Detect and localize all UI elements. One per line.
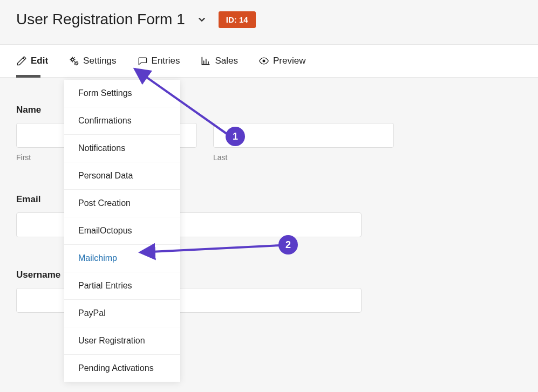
dropdown-personal-data[interactable]: Personal Data (64, 162, 180, 190)
annotation-marker-1: 1 (226, 127, 245, 146)
tab-preview[interactable]: Preview (258, 45, 305, 77)
chevron-down-icon (196, 13, 208, 25)
tab-sales[interactable]: Sales (200, 45, 238, 77)
dropdown-mailchimp[interactable]: Mailchimp (64, 245, 180, 272)
svg-point-1 (75, 62, 77, 64)
form-title-dropdown[interactable] (196, 13, 208, 25)
form-header: User Registration Form 1 ID: 14 (0, 0, 538, 44)
eye-icon (258, 56, 269, 66)
edit-icon (16, 56, 27, 66)
svg-point-2 (263, 60, 265, 63)
last-name-sublabel: Last (213, 153, 394, 162)
form-title: User Registration Form 1 (16, 11, 185, 28)
dropdown-post-creation[interactable]: Post Creation (64, 190, 180, 217)
bar-chart-icon (200, 56, 211, 66)
tab-preview-label: Preview (273, 56, 305, 66)
tab-edit-label: Edit (31, 56, 48, 66)
dropdown-pending-activations[interactable]: Pending Activations (64, 355, 180, 382)
tab-entries-label: Entries (152, 56, 180, 66)
dropdown-user-registration[interactable]: User Registration (64, 327, 180, 355)
svg-point-0 (71, 58, 74, 61)
dropdown-emailoctopus[interactable]: EmailOctopus (64, 217, 180, 245)
tab-sales-label: Sales (215, 56, 238, 66)
form-id-badge: ID: 14 (219, 11, 256, 28)
comment-icon (137, 56, 148, 66)
dropdown-notifications[interactable]: Notifications (64, 135, 180, 162)
settings-dropdown: Form Settings Confirmations Notification… (64, 80, 180, 382)
tab-settings[interactable]: Settings (69, 45, 116, 77)
dropdown-confirmations[interactable]: Confirmations (64, 107, 180, 135)
dropdown-partial-entries[interactable]: Partial Entries (64, 272, 180, 300)
gears-icon (69, 56, 79, 66)
annotation-marker-2: 2 (278, 235, 298, 255)
dropdown-paypal[interactable]: PayPal (64, 300, 180, 327)
tab-bar: Edit Settings Entries Sales Preview (0, 44, 538, 78)
tab-entries[interactable]: Entries (137, 45, 180, 77)
tab-edit[interactable]: Edit (16, 45, 48, 77)
dropdown-form-settings[interactable]: Form Settings (64, 80, 180, 107)
tab-settings-label: Settings (83, 56, 116, 66)
